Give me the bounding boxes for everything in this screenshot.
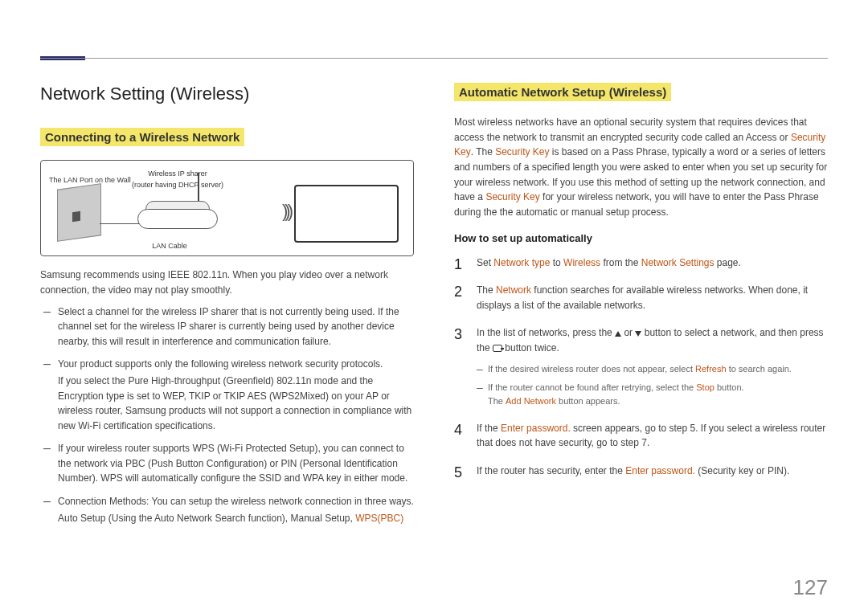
how-to-subhead: How to set up automatically <box>454 231 828 247</box>
left-column: Network Setting (Wireless) Connecting to… <box>40 80 414 533</box>
step-3: In the list of networks, press the or bu… <box>454 325 828 407</box>
step-4: If the Enter password. screen appears, g… <box>454 421 828 451</box>
wall-port-icon <box>57 183 101 242</box>
right-column: Automatic Network Setup (Wireless) Most … <box>454 80 828 533</box>
antenna-icon <box>198 173 199 201</box>
sub-note: If the router cannot be found after retr… <box>477 381 828 408</box>
sub-note: If the desired wireless router does not … <box>477 362 828 376</box>
note-item: Select a channel for the wireless IP sha… <box>43 304 414 349</box>
step-5: If the router has security, enter the En… <box>454 464 828 479</box>
page-number: 127 <box>793 575 828 600</box>
step-2: The Network function searches for availa… <box>454 283 828 313</box>
section-connecting: Connecting to a Wireless Network <box>40 125 244 149</box>
note-item: Your product supports only the following… <box>43 357 414 433</box>
router-icon <box>137 209 218 229</box>
diagram-sharer-label: Wireless IP sharer (router having DHCP s… <box>129 169 226 191</box>
enter-icon <box>493 345 502 352</box>
two-column-layout: Network Setting (Wireless) Connecting to… <box>40 80 828 533</box>
header-rule <box>40 58 828 59</box>
tv-icon <box>294 185 399 243</box>
diagram-cable-label: LAN Cable <box>145 241 194 252</box>
note-item: If your wireless router supports WPS (Wi… <box>43 441 414 486</box>
wireless-diagram: The LAN Port on the Wall Wireless IP sha… <box>40 160 414 256</box>
notes-list: Select a channel for the wireless IP sha… <box>40 304 414 526</box>
note-item: Connection Methods: You can setup the wi… <box>43 494 414 525</box>
step-1: Set Network type to Wireless from the Ne… <box>454 255 828 271</box>
page-title: Network Setting (Wireless) <box>40 80 414 108</box>
auto-setup-intro: Most wireless networks have an optional … <box>454 115 828 219</box>
wifi-waves-icon: ))) <box>282 198 290 225</box>
lan-cable-line <box>100 223 140 224</box>
intro-paragraph: Samsung recommends using IEEE 802.11n. W… <box>40 268 414 297</box>
section-auto-setup: Automatic Network Setup (Wireless) <box>454 80 671 104</box>
steps-list: Set Network type to Wireless from the Ne… <box>454 255 828 479</box>
step-3-sublist: If the desired wireless router does not … <box>477 362 828 408</box>
up-arrow-icon <box>615 331 621 337</box>
